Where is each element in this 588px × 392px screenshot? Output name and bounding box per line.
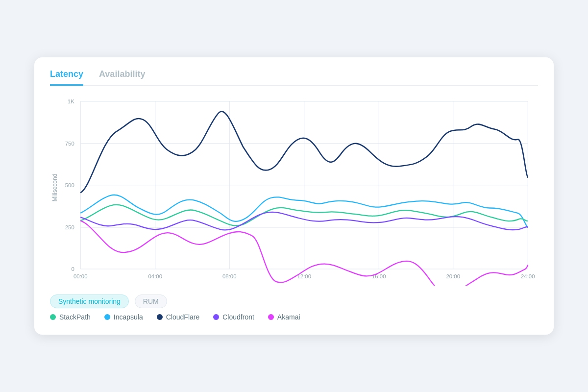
stackpath-dot [50, 314, 56, 320]
svg-text:20:00: 20:00 [446, 273, 460, 279]
legend-item-stackpath: StackPath [50, 313, 91, 321]
akamai-label: Akamai [277, 313, 300, 321]
chart-svg: .grid-line { stroke: #e0e7ef; stroke-wid… [50, 90, 538, 286]
svg-text:24:00: 24:00 [521, 273, 535, 279]
svg-text:1K: 1K [68, 98, 74, 104]
badge-synthetic[interactable]: Synthetic monitoring [50, 294, 129, 308]
svg-text:04:00: 04:00 [148, 273, 162, 279]
cloudflare-dot [157, 314, 163, 320]
legend-item-incapsula: Incapsula [104, 313, 143, 321]
y-axis-label: Milisecond [51, 173, 58, 201]
legend-items: StackPath Incapsula CloudFlare Cloudfron… [50, 313, 538, 321]
legend-item-cloudfront: Cloudfront [213, 313, 254, 321]
incapsula-dot [104, 314, 110, 320]
svg-text:00:00: 00:00 [74, 273, 88, 279]
legend-item-akamai: Akamai [268, 313, 300, 321]
legend-badges: Synthetic monitoring RUM [50, 294, 538, 308]
tab-latency[interactable]: Latency [50, 69, 83, 86]
svg-text:0: 0 [71, 266, 74, 272]
tab-availability[interactable]: Availability [99, 69, 145, 86]
cloudflare-label: CloudFlare [166, 313, 199, 321]
svg-text:250: 250 [65, 224, 74, 230]
cloudfront-dot [213, 314, 219, 320]
stackpath-label: StackPath [59, 313, 91, 321]
akamai-dot [268, 314, 274, 320]
main-card: Latency Availability Milisecond .grid-li… [34, 57, 554, 335]
svg-text:16:00: 16:00 [372, 273, 386, 279]
legend-section: Synthetic monitoring RUM StackPath Incap… [50, 294, 538, 321]
badge-rum[interactable]: RUM [135, 294, 167, 308]
tabs-container: Latency Availability [50, 69, 538, 86]
legend-item-cloudflare: CloudFlare [157, 313, 199, 321]
svg-text:750: 750 [65, 141, 74, 147]
svg-text:500: 500 [65, 182, 74, 188]
svg-text:08:00: 08:00 [222, 273, 237, 279]
incapsula-label: Incapsula [114, 313, 143, 321]
chart-area: Milisecond .grid-line { stroke: #e0e7ef;… [50, 90, 538, 286]
cloudfront-label: Cloudfront [222, 313, 254, 321]
